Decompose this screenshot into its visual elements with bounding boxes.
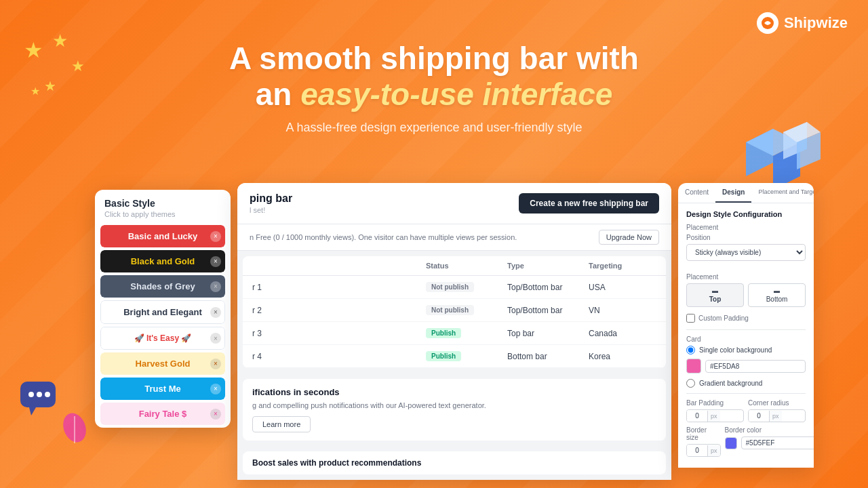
- theme-item-its-easy[interactable]: 🚀 It's Easy 🚀 ×: [100, 327, 225, 350]
- top-placement-button[interactable]: ▬ Top: [686, 283, 744, 307]
- close-black-gold[interactable]: ×: [210, 256, 221, 267]
- panel-header: Basic Style Click to apply themes: [95, 190, 231, 222]
- row3-targeting: Canada: [589, 329, 656, 338]
- tab-design[interactable]: Design: [715, 183, 751, 203]
- position-select[interactable]: Sticky (always visible) Static: [686, 244, 806, 261]
- custom-padding-checkbox[interactable]: [686, 314, 695, 323]
- close-trust-me[interactable]: ×: [210, 384, 221, 394]
- close-basic-lucky[interactable]: ×: [210, 231, 221, 242]
- close-fairy-tale[interactable]: ×: [210, 409, 221, 420]
- table-row: r 1 Not publish Top/Bottom bar USA: [243, 276, 666, 299]
- theme-item-bright-elegant[interactable]: Bright and Elegant ×: [100, 300, 225, 324]
- row1-type: Top/Bottom bar: [507, 283, 589, 292]
- theme-item-fairy-tale[interactable]: Fairy Tale $ ×: [100, 403, 225, 425]
- padding-radius-row: Bar Padding px Corner radius px: [686, 399, 806, 422]
- boost-section: Boost sales with product recommendations: [243, 451, 666, 474]
- row2-name: r 2: [252, 306, 426, 315]
- create-shipping-bar-button[interactable]: Create a new free shipping bar: [519, 193, 659, 214]
- corner-radius-unit: px: [769, 411, 782, 422]
- row4-targeting: Korea: [589, 352, 656, 361]
- boost-title: Boost sales with product recommendations: [252, 458, 656, 468]
- bar-padding-input[interactable]: [687, 410, 707, 422]
- logo-icon: [757, 12, 778, 34]
- border-size-input-group: px: [686, 444, 721, 457]
- panel-title: Basic Style: [104, 198, 221, 209]
- gradient-radio[interactable]: [686, 379, 695, 388]
- bottom-placement-button[interactable]: ▬ Bottom: [748, 283, 806, 307]
- row2-type: Top/Bottom bar: [507, 306, 589, 315]
- push-notif-title: ifications in seconds: [252, 387, 656, 397]
- status-badge-1: Not publish: [426, 282, 474, 292]
- bar-padding-input-group: px: [686, 409, 744, 422]
- svg-point-10: [37, 392, 42, 397]
- design-tabs: Content Design Placement and Targeting: [678, 183, 814, 203]
- border-size-input[interactable]: [687, 445, 707, 456]
- row2-targeting: VN: [589, 306, 656, 315]
- tab-content[interactable]: Content: [678, 183, 715, 203]
- learn-more-button[interactable]: Learn more: [252, 416, 311, 432]
- free-notice: n Free (0 / 1000 monthly views). One vis…: [237, 224, 671, 251]
- row1-name: r 1: [252, 283, 426, 292]
- theme-btn-fairy-tale[interactable]: Fairy Tale $: [100, 403, 225, 425]
- single-color-radio[interactable]: [686, 346, 695, 354]
- theme-btn-trust-me[interactable]: Trust Me: [100, 378, 225, 400]
- header: Shipwize: [0, 0, 868, 46]
- corner-radius-group: Corner radius px: [748, 399, 806, 422]
- border-color-input[interactable]: [741, 436, 814, 449]
- leaf-decoration: [61, 411, 88, 447]
- upgrade-button[interactable]: Upgrade Now: [599, 230, 659, 245]
- design-section-title: Design Style Configuration: [686, 210, 806, 218]
- border-row: Border size px Border color: [686, 426, 806, 457]
- corner-radius-input[interactable]: [749, 410, 769, 422]
- theme-item-black-gold[interactable]: Black and Gold ×: [100, 250, 225, 272]
- theme-btn-basic-lucky[interactable]: Basic and Lucky: [100, 225, 225, 247]
- color-swatch[interactable]: [686, 359, 701, 373]
- theme-item-harvest-gold[interactable]: Harvest Gold ×: [100, 352, 225, 375]
- border-color-swatch[interactable]: [725, 437, 737, 449]
- single-color-row: Single color background: [686, 346, 806, 354]
- placement-sub-label: Placement: [686, 273, 806, 281]
- placement-buttons: ▬ Top ▬ Bottom: [686, 283, 806, 307]
- close-shades-grey[interactable]: ×: [210, 281, 221, 292]
- close-harvest-gold[interactable]: ×: [210, 359, 221, 369]
- svg-point-9: [28, 392, 34, 397]
- col-type: Type: [507, 262, 589, 270]
- row4-name: r 4: [252, 352, 426, 361]
- logo-text: Shipwize: [784, 14, 848, 32]
- row1-targeting: USA: [589, 283, 656, 292]
- table-header: Status Type Targeting: [243, 256, 666, 276]
- table-row: r 4 Publish Bottom bar Korea: [243, 345, 666, 368]
- shipping-bar-title: ping bar l set!: [250, 192, 292, 214]
- tab-placement-targeting[interactable]: Placement and Targeting: [751, 183, 814, 203]
- close-bright-elegant[interactable]: ×: [210, 307, 221, 318]
- theme-btn-black-gold[interactable]: Black and Gold: [100, 250, 225, 272]
- theme-item-trust-me[interactable]: Trust Me ×: [100, 378, 225, 400]
- col-name: [252, 262, 426, 270]
- row3-type: Top bar: [507, 329, 589, 338]
- corner-radius-input-group: px: [748, 409, 806, 422]
- theme-btn-its-easy[interactable]: 🚀 It's Easy 🚀: [100, 327, 225, 350]
- color-hex-input[interactable]: [705, 360, 806, 373]
- divider: [686, 329, 806, 330]
- position-label: Position: [686, 234, 806, 241]
- heading-area: A smooth shipping bar with an easy-to-us…: [0, 41, 868, 135]
- basic-style-panel: Basic Style Click to apply themes Basic …: [95, 190, 231, 428]
- border-size-unit: px: [707, 445, 720, 456]
- status-badge-4: Publish: [426, 351, 461, 361]
- theme-item-basic-lucky[interactable]: Basic and Lucky ×: [100, 225, 225, 247]
- theme-item-shades-grey[interactable]: Shades of Grey ×: [100, 275, 225, 298]
- theme-btn-harvest-gold[interactable]: Harvest Gold: [100, 352, 225, 375]
- theme-btn-bright-elegant[interactable]: Bright and Elegant: [100, 300, 225, 324]
- push-notification-section: ifications in seconds g and compelling p…: [243, 379, 666, 441]
- border-size-group: Border size px: [686, 426, 721, 457]
- status-badge-3: Publish: [426, 328, 461, 338]
- theme-btn-shades-grey[interactable]: Shades of Grey: [100, 275, 225, 298]
- border-color-group: Border color: [725, 426, 814, 457]
- heading-subtext: A hassle-free design experience and user…: [136, 121, 732, 135]
- close-its-easy[interactable]: ×: [210, 333, 221, 344]
- heading-accent: easy-to-use interface: [300, 77, 612, 112]
- row3-name: r 3: [252, 329, 426, 338]
- table-row: r 2 Not publish Top/Bottom bar VN: [243, 299, 666, 322]
- row4-type: Bottom bar: [507, 352, 589, 361]
- col-status: Status: [426, 262, 507, 270]
